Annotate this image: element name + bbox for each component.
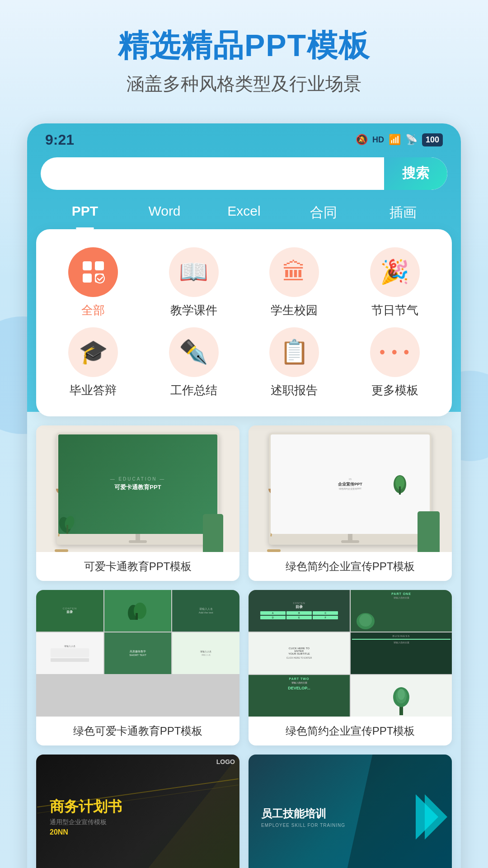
- template-card-teal-training[interactable]: 员工技能培训 EMPLOYEE SKILL FOR TRAINING 员工技能培…: [249, 755, 452, 868]
- category-grid: 全部 📖 教学课件 🏛 学生校园 🎉: [45, 247, 443, 398]
- tab-bar: PPT Word Excel 合同 插画: [27, 197, 461, 229]
- category-more[interactable]: • • • 更多模板: [347, 327, 443, 398]
- svg-point-21: [398, 689, 405, 700]
- hero-section: 精选精品PPT模板 涵盖多种风格类型及行业场景 9:21 🔕 HD 📶 📡 10…: [0, 0, 488, 868]
- template-card-green-biz-collage[interactable]: CONTEN 目录 A B C D E F: [249, 590, 452, 745]
- svg-rect-15: [136, 613, 138, 620]
- wifi-icon: 📡: [405, 134, 418, 146]
- template-image-green-biz-collage: CONTEN 目录 A B C D E F: [249, 590, 452, 717]
- tab-word[interactable]: Word: [125, 197, 204, 229]
- svg-rect-0: [83, 261, 92, 270]
- tab-ppt[interactable]: PPT: [45, 197, 125, 229]
- category-campus[interactable]: 🏛 学生校园: [246, 247, 343, 318]
- search-input[interactable]: [41, 166, 384, 181]
- category-work-label: 工作总结: [170, 382, 217, 398]
- svg-rect-2: [83, 274, 92, 283]
- category-report-label: 述职报告: [271, 382, 318, 398]
- svg-rect-7: [66, 525, 68, 534]
- hero-subtitle: 涵盖多种风格类型及行业场景: [18, 71, 470, 96]
- category-holiday-label: 节日节气: [371, 302, 418, 318]
- template-image-dark-biz: LOGO 商务计划书 通用型企业宣传模板 20NN: [36, 755, 239, 868]
- signal-bars-icon: 📶: [389, 134, 401, 146]
- signal-text: HD: [372, 135, 384, 145]
- template-label-green-edu-collage: 绿色可爱卡通教育PPT模板: [36, 717, 239, 745]
- search-bar[interactable]: 搜索: [41, 157, 447, 190]
- status-time: 9:21: [45, 132, 74, 148]
- svg-rect-12: [399, 486, 401, 495]
- template-image-teal-training: 员工技能培训 EMPLOYEE SKILL FOR TRAINING: [249, 755, 452, 868]
- template-card-green-edu-collage[interactable]: CONTEN 目录 请输入人名Ad: [36, 590, 239, 745]
- search-bar-container: 搜索: [27, 153, 461, 197]
- category-graduation[interactable]: 🎓 毕业答辩: [45, 327, 141, 398]
- template-card-green-biz[interactable]: 05 企业宣传PPT 绿色简约企业宣传PPT: [249, 425, 452, 581]
- tab-hetong[interactable]: 合同: [284, 197, 363, 229]
- category-graduation-label: 毕业答辩: [70, 382, 117, 398]
- template-label-green-biz-collage: 绿色简约企业宣传PPT模板: [249, 717, 452, 745]
- category-all[interactable]: 全部: [45, 247, 141, 318]
- status-icons: 🔕 HD 📶 📡 100: [356, 133, 443, 146]
- search-button[interactable]: 搜索: [384, 157, 447, 190]
- svg-point-17: [359, 614, 372, 627]
- svg-point-4: [95, 274, 104, 283]
- template-image-green-edu-collage: CONTEN 目录 请输入人名Ad: [36, 590, 239, 717]
- template-image-green-biz: 05 企业宣传PPT 绿色简约企业宣传PPT: [249, 425, 452, 552]
- category-teaching-label: 教学课件: [170, 302, 217, 318]
- category-campus-label: 学生校园: [271, 302, 318, 318]
- svg-rect-1: [95, 261, 104, 270]
- page-title: 精选精品PPT模板: [18, 27, 470, 64]
- tab-excel[interactable]: Excel: [204, 197, 284, 229]
- tab-chuhua[interactable]: 插画: [363, 197, 443, 229]
- battery-indicator: 100: [422, 133, 443, 146]
- phone-frame: 9:21 🔕 HD 📶 📡 100 搜索 PPT Word: [27, 123, 461, 868]
- category-all-label: 全部: [81, 302, 105, 318]
- category-card: 全部 📖 教学课件 🏛 学生校园 🎉: [36, 229, 452, 416]
- category-more-label: 更多模板: [371, 382, 418, 398]
- status-bar: 9:21 🔕 HD 📶 📡 100: [27, 123, 461, 153]
- template-section: — EDUCATION — 可爱卡通教育PPT: [27, 412, 461, 868]
- category-work[interactable]: ✒️ 工作总结: [146, 327, 242, 398]
- mute-icon: 🔕: [356, 134, 368, 146]
- svg-marker-23: [425, 794, 447, 840]
- template-card-green-edu[interactable]: — EDUCATION — 可爱卡通教育PPT: [36, 425, 239, 581]
- template-label-green-biz: 绿色简约企业宣传PPT模板: [249, 552, 452, 581]
- template-card-dark-biz[interactable]: LOGO 商务计划书 通用型企业宣传模板 20NN: [36, 755, 239, 868]
- category-report[interactable]: 📋 述职报告: [246, 327, 343, 398]
- category-teaching[interactable]: 📖 教学课件: [146, 247, 242, 318]
- template-image-green-edu: — EDUCATION — 可爱卡通教育PPT: [36, 425, 239, 552]
- template-grid: — EDUCATION — 可爱卡通教育PPT: [36, 425, 452, 868]
- category-holiday[interactable]: 🎉 节日节气: [347, 247, 443, 318]
- template-label-green-edu: 可爱卡通教育PPT模板: [36, 552, 239, 581]
